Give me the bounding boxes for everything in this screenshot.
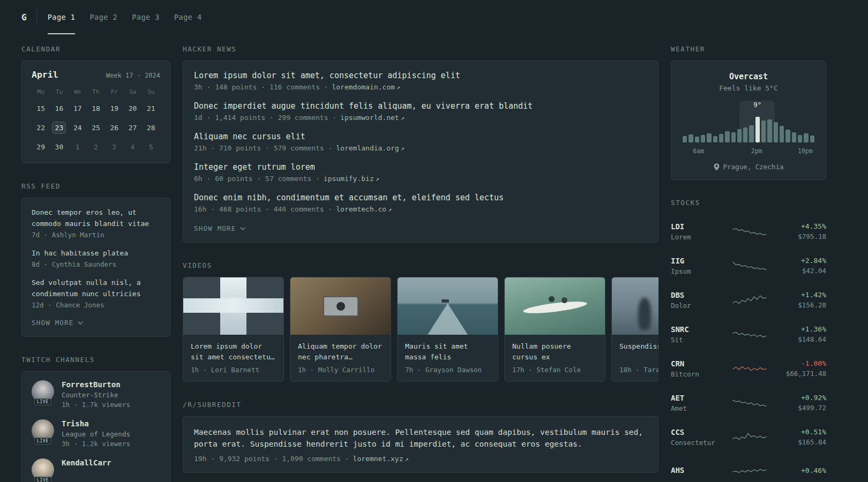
dow-label: Th	[87, 88, 105, 95]
right-column: WEATHER Overcast Feels like 5°C 9° 6am 2…	[671, 45, 826, 482]
weather-bar	[767, 119, 772, 142]
stock-price: $66,171.48	[777, 370, 826, 378]
stock-row[interactable]: SNRC Sit +1.36% $148.64	[671, 317, 826, 351]
stock-id: AET Amet	[671, 394, 722, 412]
stock-change: +0.46%	[777, 466, 826, 475]
middle-column: HACKER NEWS Lorem ipsum dolor sit amet, …	[183, 45, 659, 482]
calendar-week-year: Week 17 · 2024	[106, 72, 160, 79]
video-thumbnail	[612, 277, 659, 335]
hn-item[interactable]: Lorem ipsum dolor sit amet, consectetur …	[194, 71, 647, 91]
live-badge: LIVE	[34, 398, 51, 405]
tab-page-3[interactable]: Page 3	[132, 0, 160, 34]
hn-domain-link[interactable]: loremdomain.com↗	[332, 83, 400, 91]
video-card[interactable]: Aliquam tempor dolor nec pharetra… 1h · …	[290, 277, 391, 382]
reddit-domain-link[interactable]: loremnet.xyz↗	[353, 455, 409, 463]
twitch-section-title: TWITCH CHANNELS	[21, 356, 170, 364]
calendar-day: 17	[69, 102, 87, 115]
hn-domain-link[interactable]: ipsumify.biz↗	[324, 175, 379, 183]
weather-bar	[785, 130, 790, 142]
avatar-wrap: LIVE	[32, 380, 54, 403]
video-card[interactable]: Suspendisse diam 18h · Tara	[611, 277, 659, 382]
reddit-post-title[interactable]: Maecenas mollis pulvinar erat non posuer…	[194, 426, 647, 450]
video-card[interactable]: Lorem ipsum dolor sit amet consectetu… 1…	[183, 277, 284, 382]
calendar-month: April	[32, 70, 58, 80]
stock-values: +2.84% $42.04	[777, 257, 826, 275]
stock-row[interactable]: CCS Consectetur +0.51% $165.84	[671, 420, 826, 454]
stock-row[interactable]: AHS +0.46%	[671, 454, 826, 482]
rss-show-more-button[interactable]: SHOW MORE	[32, 318, 83, 329]
rss-item-meta: 7d · Ashlyn Martin	[32, 231, 160, 239]
left-column: CALENDAR April Week 17 · 2024 Mo Tu We T…	[21, 45, 170, 482]
calendar-day: 16	[50, 102, 68, 115]
stock-sparkline	[722, 292, 777, 308]
twitch-channel[interactable]: LIVE Trisha League of Legends 3h · 1.2k …	[32, 419, 160, 448]
tab-page-1[interactable]: Page 1	[48, 0, 76, 34]
rss-section-title: RSS FEED	[21, 182, 170, 190]
stock-values: +4.35% $795.18	[777, 222, 826, 240]
twitch-channel[interactable]: LIVE KendallCarr	[32, 458, 160, 481]
weather-location-label: Prague, Czechia	[723, 163, 784, 171]
stock-symbol: CCS	[671, 428, 722, 436]
channel-name: KendallCarr	[62, 458, 111, 467]
tab-page-2[interactable]: Page 2	[89, 0, 117, 34]
app-logo[interactable]: G	[21, 0, 27, 34]
rss-item[interactable]: Sed volutpat nulla nisl, a condimentum n…	[32, 277, 160, 309]
hn-item-meta: 21h · 710 points · 579 comments ·loremla…	[194, 144, 647, 152]
dow-label: Fr	[105, 88, 123, 95]
channel-game: Counter-Strike	[62, 391, 130, 399]
video-title: Mauris sit amet massa felis	[405, 341, 490, 363]
avatar-wrap: LIVE	[32, 419, 54, 442]
stock-change: +2.84%	[777, 257, 826, 265]
twitch-channel[interactable]: LIVE ForrestBurton Counter-Strike 1h · 1…	[32, 380, 160, 409]
rss-item[interactable]: In hac habitasse platea 8d · Cynthia Sau…	[32, 247, 160, 268]
weather-bar	[761, 120, 766, 142]
weather-bar	[780, 126, 784, 142]
video-card[interactable]: Mauris sit amet massa felis 7h · Grayson…	[397, 277, 498, 382]
stock-sparkline	[722, 360, 777, 376]
video-meta: 7h · Grayson Dawson	[405, 366, 490, 374]
dashboard: CALENDAR April Week 17 · 2024 Mo Tu We T…	[0, 34, 868, 482]
calendar-day: 29	[32, 141, 50, 153]
weather-bar	[792, 132, 796, 142]
weather-bar	[804, 133, 808, 142]
calendar-day-next-month: 5	[142, 141, 160, 153]
stock-row[interactable]: IIG Ipsum +2.84% $42.04	[671, 248, 826, 283]
weather-location[interactable]: Prague, Czechia	[681, 163, 816, 171]
hn-show-more-button[interactable]: SHOW MORE	[194, 223, 245, 235]
location-pin-icon	[714, 163, 720, 171]
stock-row[interactable]: AET Amet +0.92% $499.72	[671, 386, 826, 420]
stock-row[interactable]: DBS Dolor +1.42% $156.28	[671, 283, 826, 317]
weather-time-axis: 6am 2pm 10pm	[681, 147, 816, 155]
hn-item-title: Lorem ipsum dolor sit amet, consectetur …	[194, 71, 647, 80]
subreddit-section-title: /R/SUBREDDIT	[183, 401, 659, 409]
stock-id: CRN Bitcorn	[671, 359, 722, 378]
stock-row[interactable]: LDI Lorem +4.35% $795.18	[671, 214, 826, 248]
stock-values: -1.00% $66,171.48	[777, 359, 826, 378]
weather-bar	[713, 136, 717, 142]
hn-domain-link[interactable]: ipsumworld.net↗	[340, 114, 405, 122]
twitch-channel-info: ForrestBurton Counter-Strike 1h · 1.7k v…	[62, 380, 130, 409]
rss-item[interactable]: Donec tempor eros leo, ut commodo mauris…	[32, 207, 160, 239]
stock-symbol: AET	[671, 394, 722, 402]
weather-bar	[719, 134, 723, 142]
hn-domain-link[interactable]: loremtech.co↗	[336, 205, 392, 213]
hn-item[interactable]: Aliquam nec cursus elit 21h · 710 points…	[194, 132, 647, 152]
weather-bar	[743, 127, 747, 142]
video-card-body: Aliquam tempor dolor nec pharetra… 1h · …	[290, 335, 391, 381]
weather-bar	[707, 133, 711, 142]
hn-item[interactable]: Donec enim nibh, condimentum et accumsan…	[194, 193, 647, 213]
rss-item-title: In hac habitasse platea	[32, 247, 160, 259]
stock-id: LDI Lorem	[671, 222, 722, 241]
hn-item[interactable]: Integer eget rutrum lorem 6h · 60 points…	[194, 162, 647, 183]
stock-row[interactable]: CRN Bitcorn -1.00% $66,171.48	[671, 351, 826, 386]
video-title: Aliquam tempor dolor nec pharetra…	[298, 341, 383, 363]
tab-page-4[interactable]: Page 4	[174, 0, 202, 34]
hn-domain-link[interactable]: loremlandia.org↗	[336, 144, 405, 152]
hn-meta-text: 3h · 148 points · 116 comments ·	[194, 83, 328, 91]
hn-item[interactable]: Donec imperdiet augue tincidunt felis al…	[194, 101, 647, 122]
stock-name: Sit	[671, 336, 722, 344]
stock-change: +4.35%	[777, 222, 826, 230]
stock-id: AHS	[671, 466, 722, 477]
channel-name: ForrestBurton	[62, 380, 130, 389]
video-card[interactable]: Nullam posuere cursus ex 17h · Stefan Co…	[504, 277, 605, 382]
